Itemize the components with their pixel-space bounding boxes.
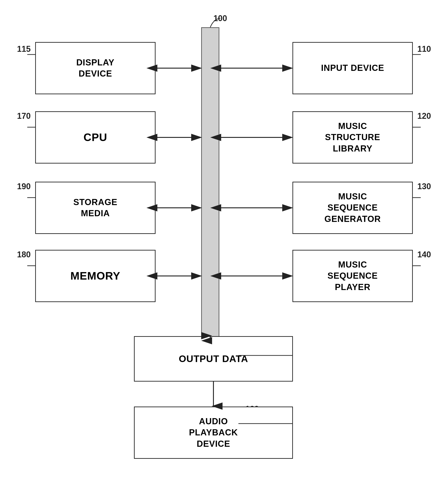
- music-sequence-player-box: MUSIC SEQUENCE PLAYER: [292, 250, 413, 302]
- output-data-label: OUTPUT DATA: [179, 353, 248, 365]
- storage-media-label: STORAGE MEDIA: [73, 197, 117, 219]
- memory-box: MEMORY: [35, 250, 156, 302]
- audio-playback-device-box: AUDIO PLAYBACK DEVICE: [134, 407, 293, 459]
- ref-180: 180: [17, 250, 31, 259]
- storage-media-box: STORAGE MEDIA: [35, 182, 156, 234]
- display-device-label: DISPLAY DEVICE: [76, 57, 114, 80]
- ref-170: 170: [17, 111, 31, 121]
- cpu-box: CPU: [35, 111, 156, 163]
- central-bus: [201, 27, 219, 341]
- ref-190: 190: [17, 182, 31, 191]
- output-data-box: OUTPUT DATA: [134, 336, 293, 382]
- input-device-box: INPUT DEVICE: [292, 42, 413, 94]
- ref-130: 130: [417, 182, 431, 191]
- music-sequence-generator-label: MUSIC SEQUENCE GENERATOR: [324, 191, 381, 225]
- music-sequence-generator-box: MUSIC SEQUENCE GENERATOR: [292, 182, 413, 234]
- music-sequence-player-label: MUSIC SEQUENCE PLAYER: [328, 259, 378, 293]
- memory-label: MEMORY: [70, 269, 120, 283]
- music-structure-library-label: MUSIC STRUCTURE LIBRARY: [325, 121, 380, 154]
- ref-140: 140: [417, 250, 431, 259]
- diagram: 100 115 110 170 120 190 130 180 140 150 …: [0, 0, 448, 484]
- ref-100: 100: [213, 14, 227, 23]
- audio-playback-device-label: AUDIO PLAYBACK DEVICE: [189, 416, 238, 450]
- display-device-box: DISPLAY DEVICE: [35, 42, 156, 94]
- music-structure-library-box: MUSIC STRUCTURE LIBRARY: [292, 111, 413, 163]
- ref-120: 120: [417, 111, 431, 121]
- ref-115: 115: [17, 44, 31, 54]
- input-device-label: INPUT DEVICE: [321, 63, 384, 73]
- cpu-label: CPU: [84, 130, 107, 145]
- ref-110: 110: [417, 44, 431, 54]
